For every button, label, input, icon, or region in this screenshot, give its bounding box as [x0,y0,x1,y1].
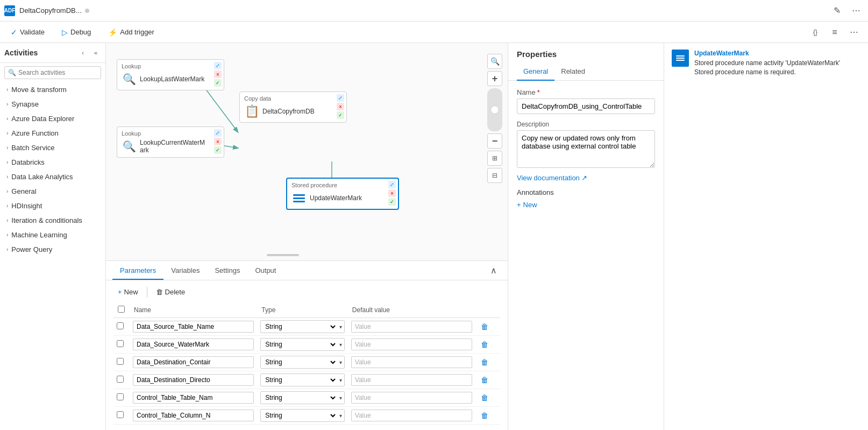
param-value-input-1[interactable] [351,339,472,350]
chevron-down-icon: ▾ [337,359,344,365]
param-value-input-2[interactable] [351,356,472,368]
layout-btn[interactable]: ⊟ [487,168,502,183]
close-bottom-panel-btn[interactable]: ∧ [486,263,501,278]
node-expand-btn[interactable]: ⤢ [214,129,222,137]
type-select-2[interactable]: StringIntFloatBoolArrayObjectSecureStrin… [261,356,337,368]
type-select-1[interactable]: StringIntFloatBoolArrayObjectSecureStrin… [261,339,337,350]
tab-settings[interactable]: Settings [207,262,247,280]
collapse-icon[interactable]: ‹ [77,47,88,58]
sidebar-item-machine-learning[interactable]: › Machine Learning [0,228,105,242]
delete-row-btn-3[interactable]: 🗑 [479,375,490,385]
props-body: Name * Description Copy new or updated r… [508,81,664,430]
canvas[interactable]: Lookup 🔍 LookupLastWaterMark ⤢ × ✓ Looku… [106,43,508,260]
delete-row-btn-4[interactable]: 🗑 [479,392,490,403]
chevron-right-icon: › [6,116,8,122]
zoom-out-btn[interactable]: − [487,133,502,149]
tab-variables[interactable]: Variables [163,262,207,280]
main-area: Activities ‹ « 🔍 › Move & transform › Sy… [0,43,868,430]
row-checkbox-2[interactable] [117,358,124,365]
more-options-btn[interactable]: ⋯ [849,3,864,18]
sidebar-item-move-transform[interactable]: › Move & transform [0,82,105,97]
node-copy-data[interactable]: Copy data 📋 DeltaCopyfromDB ⤢ × ✓ [239,91,347,123]
sidebar-item-data-lake[interactable]: › Data Lake Analytics [0,170,105,184]
param-value-input-3[interactable] [351,374,472,386]
row-checkbox-4[interactable] [117,393,124,400]
delete-row-btn-1[interactable]: 🗑 [479,339,490,350]
node-expand-btn[interactable]: ⤢ [388,181,396,188]
collapse-all-icon[interactable]: « [90,47,101,58]
param-name-input-4[interactable] [133,392,254,404]
code-view-button[interactable]: {} [808,25,823,40]
node-expand-btn[interactable]: ⤢ [337,94,344,102]
search-canvas-btn[interactable]: 🔍 [487,54,502,69]
node-stored-procedure[interactable]: Stored procedure UpdateWaterMark ⤢ × ✓ [286,178,399,210]
row-checkbox-5[interactable] [117,411,124,418]
sidebar-item-iteration[interactable]: › Iteration & conditionals [0,213,105,228]
lookup-icon: 🔍 [122,72,137,87]
add-param-button[interactable]: + New [113,286,143,298]
validate-button[interactable]: ✓ Validate [6,26,49,39]
sidebar-item-hdinsight[interactable]: › HDInsight [0,199,105,213]
debug-button[interactable]: ▷ Debug [58,26,95,39]
param-value-input-4[interactable] [351,392,472,404]
type-select-wrapper: StringIntFloatBoolArrayObjectSecureStrin… [260,320,345,333]
props-tab-related[interactable]: Related [554,63,592,81]
annotations-title: Annotations [517,188,655,196]
search-input[interactable] [18,69,99,76]
type-select-wrapper: StringIntFloatBoolArrayObjectSecureStrin… [260,409,345,422]
zoom-slider-track [487,88,502,131]
node-close-btn[interactable]: × [388,189,396,197]
sidebar-item-azure-data-explorer[interactable]: › Azure Data Explorer [0,111,105,126]
sidebar-item-databricks[interactable]: › Databricks [0,155,105,170]
param-name-input-3[interactable] [133,374,254,386]
node-check-btn[interactable]: ✓ [214,146,222,154]
sidebar-item-azure-function[interactable]: › Azure Function [0,126,105,140]
edit-icon-btn[interactable]: ✎ [829,3,844,18]
param-name-input-2[interactable] [133,356,254,368]
param-value-input-0[interactable] [351,321,472,333]
node-lookup1[interactable]: Lookup 🔍 LookupLastWaterMark ⤢ × ✓ [117,59,224,90]
zoom-slider-thumb[interactable] [490,105,499,114]
delete-row-btn-5[interactable]: 🗑 [479,410,490,421]
view-documentation-link[interactable]: View documentation ↗ [517,174,655,182]
sidebar-item-general[interactable]: › General [0,184,105,199]
row-checkbox-1[interactable] [117,340,124,347]
props-tab-general[interactable]: General [517,63,554,81]
description-textarea[interactable]: Copy new or updated rows only from datab… [517,130,655,168]
tab-parameters[interactable]: Parameters [112,262,163,280]
sidebar-item-synapse[interactable]: › Synapse [0,97,105,111]
fit-view-btn[interactable]: ⊞ [487,151,502,166]
type-select-5[interactable]: StringIntFloatBoolArrayObjectSecureStrin… [261,410,337,421]
delete-row-btn-2[interactable]: 🗑 [479,357,490,368]
delete-param-button[interactable]: 🗑 Delete [152,286,190,298]
param-name-input-5[interactable] [133,410,254,421]
select-all-checkbox[interactable] [118,306,125,313]
tab-output[interactable]: Output [247,262,283,280]
sidebar-item-batch-service[interactable]: › Batch Service [0,140,105,155]
type-select-0[interactable]: StringIntFloatBoolArrayObjectSecureStrin… [261,321,337,333]
toolbar-more-button[interactable]: ⋯ [846,25,862,40]
node-lookup2[interactable]: Lookup 🔍 LookupCurrentWaterMark ⤢ × ✓ [117,126,224,158]
delete-row-btn-0[interactable]: 🗑 [479,321,490,332]
add-trigger-button[interactable]: ⚡ Add trigger [104,26,159,39]
node-check-btn[interactable]: ✓ [337,111,344,119]
node-close-btn[interactable]: × [214,71,222,78]
param-value-input-5[interactable] [351,410,472,421]
type-select-4[interactable]: StringIntFloatBoolArrayObjectSecureStrin… [261,392,337,404]
sidebar-item-power-query[interactable]: › Power Query [0,242,105,257]
node-close-btn[interactable]: × [337,103,344,110]
row-checkbox-3[interactable] [117,376,124,383]
row-checkbox-cell [113,371,130,389]
node-check-btn[interactable]: ✓ [214,79,222,87]
type-select-3[interactable]: StringIntFloatBoolArrayObjectSecureStrin… [261,374,337,386]
node-expand-btn[interactable]: ⤢ [214,62,222,69]
row-checkbox-0[interactable] [117,322,124,329]
info-button[interactable]: ≡ [827,25,842,40]
node-close-btn[interactable]: × [214,138,222,145]
add-annotation-button[interactable]: + New [517,201,537,209]
zoom-in-btn[interactable]: + [487,71,502,86]
node-check-btn[interactable]: ✓ [388,198,396,206]
name-input[interactable] [517,98,655,114]
param-name-input-1[interactable] [133,339,254,350]
param-name-input-0[interactable] [133,321,254,333]
